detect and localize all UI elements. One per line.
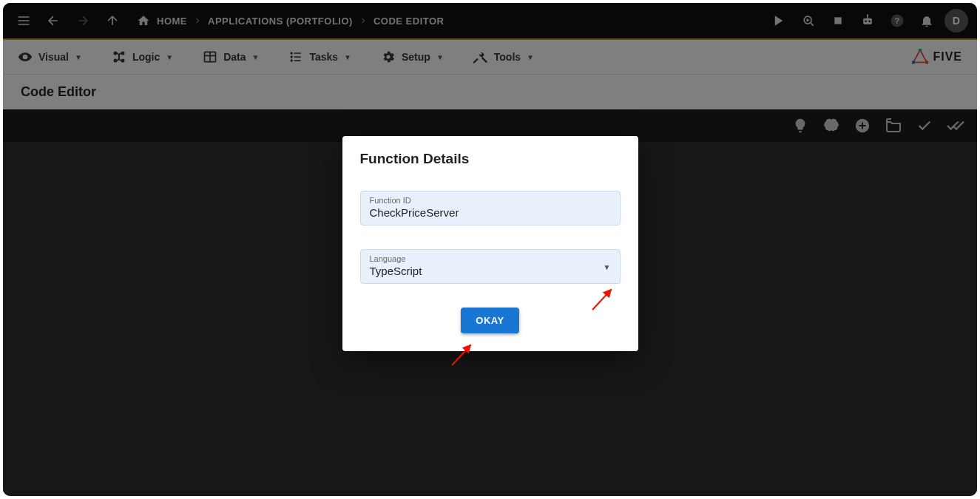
help-icon[interactable]: ? bbox=[885, 9, 909, 33]
brand-text: FIVE bbox=[933, 50, 962, 64]
dialog-title: Function Details bbox=[360, 151, 621, 167]
home-icon[interactable] bbox=[136, 13, 151, 28]
stop-icon[interactable] bbox=[826, 9, 850, 33]
logic-icon bbox=[112, 50, 126, 64]
bot-icon[interactable] bbox=[856, 9, 879, 33]
menu-visual[interactable]: Visual ▼ bbox=[18, 50, 82, 64]
svg-point-30 bbox=[291, 56, 293, 58]
language-field[interactable]: Language TypeScript ▼ bbox=[360, 249, 621, 284]
breadcrumb-applications[interactable]: APPLICATIONS (PORTFOLIO) bbox=[208, 16, 353, 27]
table-icon bbox=[203, 50, 217, 64]
svg-text:?: ? bbox=[894, 16, 900, 25]
menubar: Visual ▼ Logic ▼ Data ▼ bbox=[3, 40, 977, 74]
forward-icon bbox=[71, 9, 95, 33]
breadcrumb-home[interactable]: HOME bbox=[157, 16, 187, 27]
hint-icon[interactable] bbox=[791, 116, 810, 135]
bell-icon[interactable] bbox=[915, 9, 939, 33]
gear-icon bbox=[381, 50, 396, 64]
topbar: HOME APPLICATIONS (PORTFOLIO) CODE EDITO… bbox=[3, 3, 977, 38]
svg-point-21 bbox=[114, 59, 116, 61]
brain-icon[interactable] bbox=[822, 116, 841, 135]
menu-tasks[interactable]: Tasks ▼ bbox=[288, 50, 351, 64]
svg-point-31 bbox=[291, 60, 293, 61]
function-id-field[interactable]: Function ID CheckPriceServer bbox=[360, 191, 621, 225]
svg-point-29 bbox=[291, 52, 293, 54]
caret-down-icon: ▼ bbox=[604, 262, 611, 271]
eye-icon bbox=[18, 50, 33, 64]
svg-marker-32 bbox=[913, 50, 927, 63]
okay-button[interactable]: OKAY bbox=[461, 308, 518, 333]
up-icon[interactable] bbox=[101, 9, 124, 33]
play-icon[interactable] bbox=[767, 9, 791, 33]
menu-label: Visual bbox=[38, 51, 69, 63]
svg-point-12 bbox=[865, 21, 867, 23]
language-label: Language bbox=[370, 254, 611, 263]
svg-marker-9 bbox=[807, 18, 810, 22]
menu-logic[interactable]: Logic ▼ bbox=[112, 50, 173, 64]
avatar[interactable]: D bbox=[944, 9, 968, 33]
svg-point-19 bbox=[114, 52, 116, 54]
caret-down-icon: ▼ bbox=[252, 53, 260, 61]
menu-setup[interactable]: Setup ▼ bbox=[381, 50, 444, 64]
svg-point-18 bbox=[24, 55, 26, 58]
section-header: Code Editor bbox=[3, 74, 977, 109]
menu-label: Tasks bbox=[309, 51, 338, 63]
svg-point-20 bbox=[121, 52, 124, 54]
caret-down-icon: ▼ bbox=[527, 53, 534, 61]
chevron-right-icon bbox=[193, 16, 202, 25]
menu-label: Tools bbox=[494, 51, 521, 63]
caret-down-icon: ▼ bbox=[166, 53, 173, 61]
menu-label: Setup bbox=[402, 51, 430, 63]
breadcrumb-code-editor[interactable]: CODE EDITOR bbox=[374, 16, 445, 27]
svg-line-8 bbox=[811, 23, 814, 26]
caret-down-icon: ▼ bbox=[344, 53, 351, 61]
language-value: TypeScript bbox=[370, 265, 611, 277]
chevron-right-icon bbox=[359, 16, 368, 25]
caret-down-icon: ▼ bbox=[75, 53, 82, 61]
menu-label: Logic bbox=[132, 51, 160, 63]
menu-data[interactable]: Data ▼ bbox=[203, 50, 259, 64]
hamburger-menu-icon[interactable] bbox=[12, 9, 36, 33]
svg-rect-10 bbox=[834, 17, 841, 24]
svg-marker-6 bbox=[775, 16, 783, 26]
open-folder-icon[interactable] bbox=[884, 116, 903, 135]
svg-point-22 bbox=[121, 59, 124, 61]
svg-rect-11 bbox=[863, 18, 872, 24]
svg-point-13 bbox=[868, 21, 871, 23]
add-icon[interactable] bbox=[853, 116, 872, 135]
page-title: Code Editor bbox=[21, 84, 96, 100]
list-icon bbox=[288, 50, 303, 64]
function-details-dialog: Function Details Function ID CheckPriceS… bbox=[342, 136, 638, 351]
function-id-label: Function ID bbox=[370, 196, 611, 205]
check-all-icon[interactable] bbox=[946, 116, 965, 135]
back-icon[interactable] bbox=[41, 9, 65, 33]
caret-down-icon: ▼ bbox=[436, 53, 444, 61]
breadcrumb: HOME APPLICATIONS (PORTFOLIO) CODE EDITO… bbox=[136, 13, 444, 28]
menu-label: Data bbox=[223, 51, 246, 63]
debug-icon[interactable] bbox=[797, 9, 820, 33]
check-icon[interactable] bbox=[915, 116, 934, 135]
svg-point-15 bbox=[867, 14, 869, 16]
tools-icon bbox=[473, 50, 488, 64]
brand-logo: FIVE bbox=[912, 49, 962, 65]
function-id-value: CheckPriceServer bbox=[370, 206, 611, 219]
menu-tools[interactable]: Tools ▼ bbox=[473, 50, 534, 64]
